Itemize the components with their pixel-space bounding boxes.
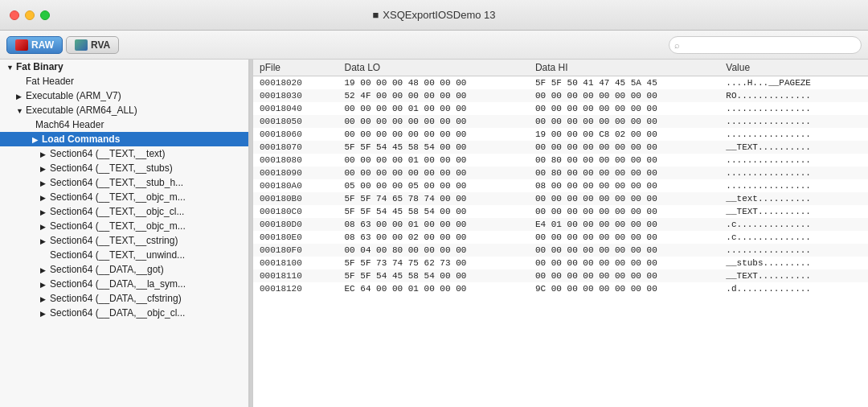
table-row[interactable]: 000180D0 08 63 00 00 01 00 00 00 E4 01 0…	[253, 218, 868, 231]
sidebar-item-executable-arm-v7[interactable]: ▶ Executable (ARM_V7)	[0, 88, 248, 103]
cell-hi: 9C 00 00 00 00 00 00 00	[529, 282, 719, 295]
cell-value: __TEXT..........	[719, 205, 868, 218]
table-row[interactable]: 00018080 00 00 00 00 01 00 00 00 00 80 0…	[253, 154, 868, 166]
table-row[interactable]: 00018110 5F 5F 54 45 58 54 00 00 00 00 0…	[253, 269, 868, 282]
search-input[interactable]	[669, 36, 862, 54]
triangle-icon: ▶	[40, 208, 48, 216]
data-panel[interactable]: pFile Data LO Data HI Value 00018020 19 …	[253, 60, 868, 407]
sidebar-item-section64-text-objc-m1[interactable]: ▶ Section64 (__TEXT,__objc_m...	[0, 190, 248, 204]
sidebar-item-section64-data-objc-cl[interactable]: ▶ Section64 (__DATA,__objc_cl...	[0, 306, 248, 320]
sidebar-item-label: Section64 (__TEXT,__objc_cl...	[50, 206, 184, 217]
sidebar-item-label: Executable (ARM64_ALL)	[26, 105, 137, 116]
table-row[interactable]: 000180E0 08 63 00 00 02 00 00 00 00 00 0…	[253, 231, 868, 244]
triangle-icon: ▶	[40, 194, 48, 202]
table-row[interactable]: 000180C0 5F 5F 54 45 58 54 00 00 00 00 0…	[253, 205, 868, 218]
cell-value: ....H...__PAGEZE	[719, 76, 868, 90]
titlebar: ■ XSQExportIOSDemo 13	[0, 0, 868, 31]
sidebar-item-load-commands[interactable]: ▶ Load Commands	[0, 132, 248, 146]
sidebar-item-label: Fat Binary	[16, 61, 63, 72]
cell-value: __stubs.........	[719, 257, 868, 269]
cell-lo: 08 63 00 00 02 00 00 00	[338, 231, 529, 244]
col-data-lo: Data LO	[338, 60, 529, 76]
sidebar-item-label: Executable (ARM_V7)	[26, 90, 121, 101]
cell-lo: 5F 5F 54 45 58 54 00 00	[338, 141, 529, 154]
sidebar-item-section64-data-cfstring[interactable]: ▶ Section64 (__DATA,__cfstring)	[0, 291, 248, 306]
sidebar-item-label: Section64 (__TEXT,__objc_m...	[50, 220, 186, 232]
triangle-icon: ▶	[16, 92, 24, 101]
cell-value: .c..............	[719, 231, 868, 244]
cell-hi: 00 80 00 00 00 00 00 00	[529, 166, 719, 179]
table-row[interactable]: 00018020 19 00 00 00 48 00 00 00 5F 5F 5…	[253, 76, 868, 90]
raw-icon	[15, 39, 28, 51]
cell-hi: 00 00 00 00 00 00 00 00	[529, 269, 719, 282]
table-row[interactable]: 00018070 5F 5F 54 45 58 54 00 00 00 00 0…	[253, 141, 868, 154]
cell-addr: 00018080	[253, 154, 338, 166]
triangle-icon	[26, 121, 34, 130]
sidebar-item-section64-data-got[interactable]: ▶ Section64 (__DATA,__got)	[0, 262, 248, 277]
cell-lo: 52 4F 00 00 00 00 00 00	[338, 89, 529, 102]
cell-addr: 000180D0	[253, 218, 338, 231]
table-row[interactable]: 00018030 52 4F 00 00 00 00 00 00 00 00 0…	[253, 89, 868, 102]
rva-button[interactable]: RVA	[66, 36, 119, 54]
cell-hi: 00 00 00 00 00 00 00 00	[529, 102, 719, 115]
cell-hi: 00 00 00 00 00 00 00 00	[529, 192, 719, 205]
table-row[interactable]: 000180A0 05 00 00 00 05 00 00 00 08 00 0…	[253, 179, 868, 192]
sidebar-item-label: Section64 (__TEXT,__objc_m...	[50, 191, 186, 203]
rva-icon	[75, 39, 88, 51]
cell-hi: 00 00 00 00 00 00 00 00	[529, 141, 719, 154]
cell-value: ................	[719, 128, 868, 141]
table-row[interactable]: 00018060 00 00 00 00 00 00 00 00 19 00 0…	[253, 128, 868, 141]
sidebar-item-label: Section64 (__TEXT,__stub_h...	[50, 177, 183, 188]
cell-value: __TEXT..........	[719, 269, 868, 282]
sidebar-item-section64-text-stubs[interactable]: ▶ Section64 (__TEXT,__stubs)	[0, 161, 248, 175]
sidebar-item-fat-header[interactable]: Fat Header	[0, 74, 248, 88]
sidebar-item-section64-text-objc-cl[interactable]: ▶ Section64 (__TEXT,__objc_cl...	[0, 204, 248, 219]
cell-value: ................	[719, 244, 868, 257]
table-row[interactable]: 00018040 00 00 00 00 01 00 00 00 00 00 0…	[253, 102, 868, 115]
table-header-row: pFile Data LO Data HI Value	[253, 60, 868, 76]
sidebar-item-section64-data-la-sym[interactable]: ▶ Section64 (__DATA,__la_sym...	[0, 277, 248, 291]
cell-hi: 00 00 00 00 00 00 00 00	[529, 244, 719, 257]
cell-addr: 000180F0	[253, 244, 338, 257]
cell-addr: 000180C0	[253, 205, 338, 218]
sidebar-item-executable-arm64[interactable]: ▼ Executable (ARM64_ALL)	[0, 103, 248, 117]
sidebar-item-section64-text-objc-m2[interactable]: ▶ Section64 (__TEXT,__objc_m...	[0, 219, 248, 233]
cell-addr: 000180E0	[253, 231, 338, 244]
cell-hi: E4 01 00 00 00 00 00 00	[529, 218, 719, 231]
cell-lo: 00 00 00 00 00 00 00 00	[338, 166, 529, 179]
table-row[interactable]: 00018050 00 00 00 00 00 00 00 00 00 00 0…	[253, 115, 868, 128]
triangle-icon: ▶	[40, 310, 48, 318]
sidebar-item-section64-text-unwind[interactable]: Section64 (__TEXT,__unwind...	[0, 248, 248, 262]
sidebar-item-section64-text-text[interactable]: ▶ Section64 (__TEXT,__text)	[0, 146, 248, 161]
close-button[interactable]	[10, 10, 19, 20]
cell-addr: 00018060	[253, 128, 338, 141]
col-value: Value	[719, 60, 868, 76]
cell-lo: 00 00 00 00 00 00 00 00	[338, 128, 529, 141]
cell-lo: 05 00 00 00 05 00 00 00	[338, 179, 529, 192]
table-row[interactable]: 000180F0 00 04 00 80 00 00 00 00 00 00 0…	[253, 244, 868, 257]
cell-hi: 00 00 00 00 00 00 00 00	[529, 231, 719, 244]
cell-lo: EC 64 00 00 01 00 00 00	[338, 282, 529, 295]
minimize-button[interactable]	[25, 10, 35, 20]
traffic-lights	[10, 10, 50, 20]
sidebar-item-section64-text-cstring[interactable]: ▶ Section64 (__TEXT,__cstring)	[0, 233, 248, 248]
col-data-hi: Data HI	[529, 60, 719, 76]
maximize-button[interactable]	[40, 10, 50, 20]
table-row[interactable]: 000180B0 5F 5F 74 65 78 74 00 00 00 00 0…	[253, 192, 868, 205]
cell-lo: 00 00 00 00 01 00 00 00	[338, 154, 529, 166]
cell-addr: 00018120	[253, 282, 338, 295]
cell-hi: 00 00 00 00 00 00 00 00	[529, 205, 719, 218]
cell-value: ................	[719, 102, 868, 115]
sidebar: ▼ Fat Binary Fat Header▶ Executable (ARM…	[0, 60, 249, 407]
sidebar-item-fat-binary[interactable]: ▼ Fat Binary	[0, 60, 248, 74]
sidebar-item-label: Mach64 Header	[35, 119, 104, 130]
cell-addr: 00018090	[253, 166, 338, 179]
search-icon: ⌕	[674, 40, 680, 50]
table-row[interactable]: 00018090 00 00 00 00 00 00 00 00 00 80 0…	[253, 166, 868, 179]
table-row[interactable]: 00018120 EC 64 00 00 01 00 00 00 9C 00 0…	[253, 282, 868, 295]
cell-lo: 5F 5F 54 45 58 54 00 00	[338, 269, 529, 282]
sidebar-item-section64-text-stub-h[interactable]: ▶ Section64 (__TEXT,__stub_h...	[0, 175, 248, 190]
raw-button[interactable]: RAW	[6, 36, 63, 54]
sidebar-item-mach64-header[interactable]: Mach64 Header	[0, 117, 248, 132]
table-row[interactable]: 00018100 5F 5F 73 74 75 62 73 00 00 00 0…	[253, 257, 868, 269]
